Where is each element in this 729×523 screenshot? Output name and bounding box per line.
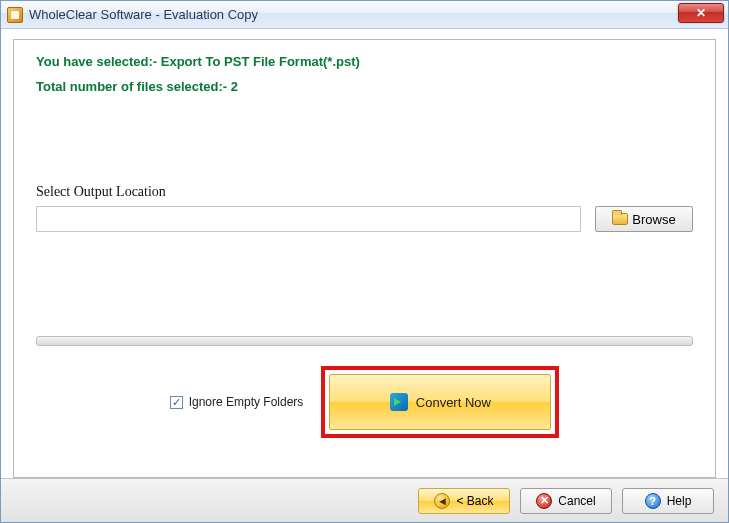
selected-count-text: Total number of files selected:- 2 bbox=[36, 79, 693, 94]
titlebar: WholeClear Software - Evaluation Copy ✕ bbox=[1, 1, 728, 29]
convert-highlight-frame: Convert Now bbox=[321, 366, 559, 438]
cancel-icon: ✕ bbox=[536, 493, 552, 509]
footer-bar: ◄ < Back ✕ Cancel ? Help bbox=[1, 478, 728, 522]
app-window: WholeClear Software - Evaluation Copy ✕ … bbox=[0, 0, 729, 523]
selected-format-text: You have selected:- Export To PST File F… bbox=[36, 54, 693, 69]
back-arrow-icon: ◄ bbox=[434, 493, 450, 509]
convert-now-label: Convert Now bbox=[416, 395, 491, 410]
back-button-label: < Back bbox=[456, 494, 493, 508]
convert-icon bbox=[390, 393, 408, 411]
close-button[interactable]: ✕ bbox=[678, 3, 724, 23]
ignore-empty-checkbox-wrap[interactable]: ✓ Ignore Empty Folders bbox=[170, 395, 304, 409]
folder-icon bbox=[612, 213, 628, 225]
content-area: You have selected:- Export To PST File F… bbox=[1, 29, 728, 478]
app-icon bbox=[7, 7, 23, 23]
convert-now-button[interactable]: Convert Now bbox=[329, 374, 551, 430]
help-icon: ? bbox=[645, 493, 661, 509]
output-location-label: Select Output Location bbox=[36, 184, 693, 200]
browse-button-label: Browse bbox=[632, 212, 675, 227]
cancel-button-label: Cancel bbox=[558, 494, 595, 508]
browse-button[interactable]: Browse bbox=[595, 206, 693, 232]
ignore-empty-checkbox[interactable]: ✓ bbox=[170, 396, 183, 409]
back-button[interactable]: ◄ < Back bbox=[418, 488, 510, 514]
window-title: WholeClear Software - Evaluation Copy bbox=[29, 7, 258, 22]
output-location-input[interactable] bbox=[36, 206, 581, 232]
cancel-button[interactable]: ✕ Cancel bbox=[520, 488, 612, 514]
separator-bar bbox=[36, 336, 693, 346]
main-panel: You have selected:- Export To PST File F… bbox=[13, 39, 716, 478]
help-button-label: Help bbox=[667, 494, 692, 508]
close-icon: ✕ bbox=[696, 6, 706, 20]
convert-row: ✓ Ignore Empty Folders Convert Now bbox=[36, 366, 693, 438]
output-row: Browse bbox=[36, 206, 693, 232]
help-button[interactable]: ? Help bbox=[622, 488, 714, 514]
ignore-empty-label: Ignore Empty Folders bbox=[189, 395, 304, 409]
